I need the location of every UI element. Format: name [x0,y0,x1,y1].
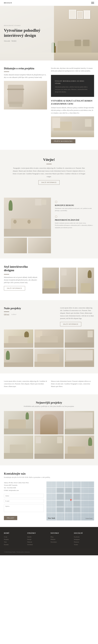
footer-col-3-item-3[interactable]: Newsletter [51,541,71,543]
hero-link-projects[interactable]: Projekty [12,40,17,42]
form-email-row [4,499,44,503]
project-cell-1 [4,330,33,348]
person-silhouette [40,414,58,434]
form-message-textarea[interactable] [4,504,44,512]
map-block-4 [57,494,64,500]
contact-info-line2: Victoria 8007 Australia [4,484,44,486]
newest-grid [4,411,94,459]
contact-info-line3: Tel: +614 8342 0580 [4,486,44,489]
map-road-h1 [46,487,94,488]
nav-logo[interactable]: DESIGN [4,2,12,4]
footer-col-2-item-1[interactable]: Interiér [27,536,47,538]
concept-icon-2: ⬡ [55,215,94,218]
footer-col-1-item-4[interactable]: Kontakt [4,543,24,546]
map-pin: 📍 [69,499,73,502]
contact-info-line1: Adresa: PO Box 16122 Collins Street West [4,482,44,484]
contact-info: Adresa: PO Box 16122 Collins Street West… [4,482,44,492]
map-road-v4 [81,482,81,520]
project-cell-2 [34,330,64,348]
comfort-right-block: VYTVOŘTE SI TEPLÝ A ÚTULNÝ DOMOV ZA ROZU… [51,100,94,114]
contact-layout: Adresa: PO Box 16122 Collins Street West… [4,482,94,520]
interior-style-content: Styl interiérového designu Minimalismus … [4,265,38,290]
footer-col-3-title: Novinky [51,532,71,534]
welcome-more-button[interactable]: DALŠÍ INFORMACE [38,180,60,185]
map-block-10 [66,508,72,512]
footer-col-4: Sociální Facebook Instagram Pinterest Tw… [74,532,94,546]
concept-text-1: Nabídneme vám nejen pohled na naši práci… [55,207,94,212]
footer-col-4-item-3[interactable]: Pinterest [74,541,94,543]
footer-col-4-item-2[interactable]: Instagram [74,538,94,541]
contact-form: PŘILOŽIT [4,494,44,520]
footer-col-4-item-1[interactable]: Facebook [74,536,94,538]
discuss-title: Diskutujte o svém projektu [4,67,47,70]
newest-img-5 [34,436,64,459]
interior-style-divider [4,274,9,274]
footer-col-4-item-4[interactable]: Twitter [74,543,94,546]
form-message-row [4,504,44,512]
projects-tab-2[interactable]: Ložnice [11,314,17,316]
projects-title: Naše projekty [4,306,21,310]
concepts-content: ⬡ KONCEPCE DESIGNU Nabídneme vám nejen p… [55,198,94,253]
map-block-3 [74,488,80,492]
discuss-text: Každý zákazník dostane kompletní Nábytek… [4,74,47,79]
projects-section: Naše projekty Obývací Ložnice Lorem ipsu… [0,300,98,374]
footer-col-1: Domů O nás Projekty Tým Kontakt [4,532,24,546]
projects-more-button[interactable]: DALŠÍ INFORMACE [60,322,81,326]
concepts-images [4,198,51,253]
footer-col-2-item-3[interactable]: Nábytek [27,541,47,543]
comfort-right-text: Získejte luxusní nábytek, dekorace pokoj… [51,106,94,114]
concept-small-img-1 [4,238,27,253]
hero-section: DESIGNOVÉ STUDIO Vytvoříme pohodlný inte… [0,6,98,60]
hero-link-about[interactable]: Více o nás [4,40,10,42]
concept-title-1: KONCEPCE DESIGNU [55,204,94,206]
form-email-input[interactable] [4,499,44,503]
map-block-11 [74,508,80,512]
interior-style-section: Styl interiérového designu Minimalismus … [0,258,98,300]
hero-links: Více o nás / Projekty [4,40,50,42]
comfort-right-title: VYTVOŘTE SI TEPLÝ A ÚTULNÝ DOMOV ZA ROZU… [51,100,94,105]
footer-col-2-item-4[interactable]: Osvětlení [27,543,47,546]
contact-form-area: Adresa: PO Box 16122 Collins Street West… [4,482,44,520]
contact-map-area: 📍 New York United States [46,482,94,520]
navbar: DESIGN [0,0,98,6]
footer-col-3-item-2[interactable]: Přihlásit [51,538,71,541]
text-col-2-content: Massa at ante elementum laoreet. Praesen… [51,380,94,388]
konsultace-button[interactable]: PŘIJĎTE NA KONZULTACI [51,139,75,143]
menu-bar-3 [91,4,94,4]
concept-main-image [4,198,51,237]
footer-col-3-item-1[interactable]: Blog [51,536,71,538]
map-block-9 [57,508,64,512]
text-block-section: Lorem ipsum dolor sit amet, consectetur … [0,374,98,394]
contact-title: Kontaktujte nás [4,472,94,475]
footer-col-2-item-2[interactable]: Design [27,538,47,541]
form-name-row [4,494,44,498]
map-block-5 [66,494,72,500]
interior-more-button[interactable]: DALŠÍ INFORMACE [4,286,25,290]
map-block-8 [74,501,80,506]
footer-col-1-item-2[interactable]: Projekty [4,538,24,541]
concept-item-2: ⬡ PROSTOROVÉ PLÁNOVÁNÍ Každý centimetr p… [55,215,94,229]
comfort-box: ÚTULNÝ MINIMALISMUS JE DNES VŠUDE Jednod… [51,75,94,97]
map-block-1 [57,488,64,492]
interior-images-row [42,268,94,294]
footer-col-1-item-3[interactable]: Tým [4,541,24,543]
nav-menu-button[interactable] [91,2,94,4]
footer-col-2-title: Stránky [27,532,47,534]
comfort-text: Jednoduchá přímá linie a střízlivý barev… [55,86,90,93]
projects-text: Lorem ipsum dolor sit amet, consectetur … [60,306,94,320]
map-visual: 📍 New York United States [46,482,94,520]
menu-bar-2 [91,3,94,3]
footer-col-1-item-1[interactable]: O nás [4,536,24,538]
form-name-input[interactable] [4,494,44,498]
concept-small-img-2 [28,238,51,253]
map-block-2 [66,488,72,492]
projects-tab-1[interactable]: Obývací [4,314,9,316]
newest-img-4 [4,436,33,459]
form-submit-button[interactable]: PŘILOŽIT [4,516,17,520]
text-col-1: Lorem ipsum dolor sit amet, consectetur … [4,380,47,388]
menu-bar-1 [91,2,94,2]
contact-section: Kontaktujte nás Kontaktujte nás přes Po-… [0,465,98,527]
interior-img-1 [42,268,59,294]
map-road-h5 [46,513,94,513]
footer-copyright: © 2024 Design Studio. Všechna práva vyhr… [4,551,30,553]
